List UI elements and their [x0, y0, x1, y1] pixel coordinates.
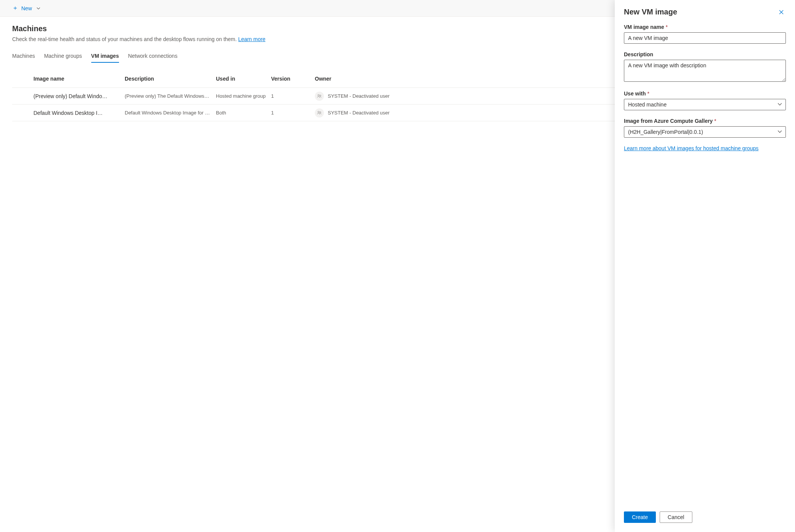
field-vm-image-name: VM image name * — [624, 24, 786, 44]
required-marker: * — [666, 24, 668, 30]
close-button[interactable] — [777, 8, 786, 18]
required-marker: * — [714, 118, 716, 124]
cell-version: 1 — [271, 93, 315, 99]
cell-owner: SYSTEM - Deactivated user — [315, 108, 391, 118]
svg-point-2 — [318, 111, 319, 113]
new-button[interactable]: ＋ New — [9, 2, 43, 14]
panel-footer: Create Cancel — [615, 505, 795, 532]
col-header-used[interactable]: Used in — [216, 76, 271, 82]
cell-name: Default Windows Desktop I… — [33, 110, 125, 116]
field-use-with: Use with * — [624, 91, 786, 110]
col-header-owner[interactable]: Owner — [315, 76, 391, 82]
cancel-button[interactable]: Cancel — [660, 511, 692, 523]
svg-point-1 — [320, 95, 321, 96]
label-text: Image from Azure Compute Gallery — [624, 118, 713, 124]
field-gallery: Image from Azure Compute Gallery * — [624, 118, 786, 138]
cell-owner: SYSTEM - Deactivated user — [315, 92, 391, 101]
learn-more-link[interactable]: Learn more — [238, 36, 266, 42]
tab-machines[interactable]: Machines — [12, 50, 35, 63]
page-subtitle-text: Check the real-time health and status of… — [12, 36, 238, 42]
vm-image-name-label: VM image name * — [624, 24, 786, 30]
tab-network-connections[interactable]: Network connections — [128, 50, 178, 63]
new-button-label: New — [21, 5, 32, 11]
panel-title: New VM image — [624, 8, 677, 16]
gallery-select[interactable] — [624, 126, 786, 138]
create-button[interactable]: Create — [624, 511, 656, 523]
cell-used: Both — [216, 110, 271, 116]
label-text: VM image name — [624, 24, 664, 30]
label-text: Use with — [624, 91, 646, 97]
cell-name: (Preview only) Default Windo… — [33, 93, 125, 99]
cell-desc: (Preview only) The Default Windows Desk… — [125, 93, 216, 99]
user-icon — [315, 108, 324, 118]
tab-vm-images[interactable]: VM images — [91, 50, 119, 63]
new-vm-image-panel: New VM image VM image name * Description… — [615, 0, 795, 532]
cell-owner-text: SYSTEM - Deactivated user — [328, 110, 390, 116]
user-icon — [315, 92, 324, 101]
cell-desc: Default Windows Desktop Image for use i… — [125, 110, 216, 116]
tab-machine-groups[interactable]: Machine groups — [44, 50, 82, 63]
panel-body: VM image name * Description Use with * I… — [615, 24, 795, 505]
svg-point-0 — [318, 94, 319, 96]
cell-used: Hosted machine group — [216, 93, 271, 99]
cell-owner-text: SYSTEM - Deactivated user — [328, 93, 390, 99]
col-header-name[interactable]: Image name — [33, 76, 125, 82]
svg-point-3 — [320, 111, 321, 113]
gallery-label: Image from Azure Compute Gallery * — [624, 118, 786, 124]
description-input[interactable] — [624, 60, 786, 82]
use-with-select[interactable] — [624, 99, 786, 110]
col-header-version[interactable]: Version — [271, 76, 315, 82]
cell-version: 1 — [271, 110, 315, 116]
field-description: Description — [624, 51, 786, 83]
col-header-desc[interactable]: Description — [125, 76, 216, 82]
learn-more-vm-images-link[interactable]: Learn more about VM images for hosted ma… — [624, 145, 759, 151]
use-with-label: Use with * — [624, 91, 786, 97]
chevron-down-icon — [36, 5, 40, 11]
vm-image-name-input[interactable] — [624, 32, 786, 44]
description-label: Description — [624, 51, 786, 57]
panel-header: New VM image — [615, 0, 795, 24]
plus-icon: ＋ — [12, 4, 18, 12]
close-icon — [778, 11, 784, 16]
required-marker: * — [647, 91, 649, 97]
